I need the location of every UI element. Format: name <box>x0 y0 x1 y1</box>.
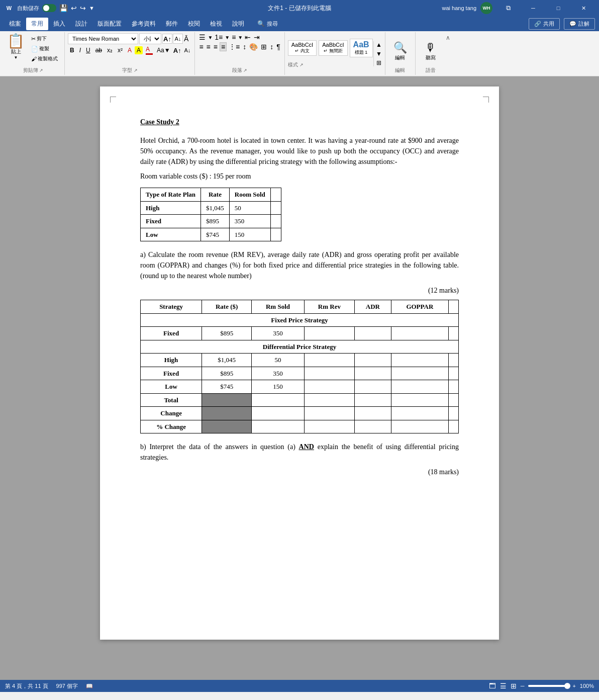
table-cell <box>354 393 391 407</box>
bullets-btn[interactable]: ☰ <box>198 33 207 41</box>
copy-btn[interactable]: 📄複製 <box>29 44 60 53</box>
style-heading1[interactable]: AaB 標題 1 <box>350 39 373 57</box>
close-btn[interactable]: ✕ <box>572 0 595 16</box>
cut-btn[interactable]: ✂剪下 <box>29 34 60 43</box>
columns-btn[interactable]: ⋮≡ <box>228 43 241 51</box>
clear-format-icon[interactable]: Ā <box>184 35 188 43</box>
decrease-indent-btn[interactable]: ⇤ <box>244 33 252 41</box>
table-cell: Change <box>141 407 202 420</box>
style-no-spacing[interactable]: AaBbCcI ↵ 無間距 <box>319 40 347 56</box>
highlight-btn[interactable]: A <box>135 46 143 54</box>
view-web-btn[interactable]: ☰ <box>500 682 507 690</box>
extra-cell <box>449 393 459 407</box>
superscript-btn[interactable]: x² <box>116 46 125 54</box>
align-right-btn[interactable]: ≡ <box>213 43 219 51</box>
col-extra <box>270 188 281 202</box>
question-a: a) Calculate the room revenue (RM REV), … <box>140 249 459 281</box>
zoom-slider[interactable] <box>528 685 568 687</box>
question-b-text1: b) Interpret the data of the answers in … <box>140 443 299 451</box>
font-size-select[interactable]: 小四 <box>139 33 161 44</box>
restore-btn[interactable]: ⧉ <box>496 0 520 16</box>
table-cell <box>354 420 391 433</box>
menu-insert[interactable]: 插入 <box>48 18 70 30</box>
case-btn[interactable]: Aa▼ <box>156 47 171 54</box>
paragraph-label: 段落 ↗ <box>232 65 248 74</box>
increase-font-btn[interactable]: A↑ <box>162 34 172 44</box>
numbering-dropdown[interactable]: ▼ <box>225 35 230 40</box>
decrease-font-btn[interactable]: A↓ <box>173 34 183 44</box>
show-hide-btn[interactable]: ¶ <box>275 43 281 51</box>
strikethrough-btn[interactable]: ab <box>93 46 104 54</box>
justify-btn[interactable]: ≡ <box>220 42 227 51</box>
menu-help[interactable]: 說明 <box>227 18 249 30</box>
menu-review[interactable]: 校閱 <box>183 18 205 30</box>
styles-group: AaBbCcI ↵ 內文 AaBbCcI ↵ 無間距 AaB 標題 1 樣式 ↗… <box>285 32 385 75</box>
font-color-btn[interactable]: A <box>126 46 134 54</box>
editing-btn[interactable]: 🔍 編輯 <box>391 40 410 63</box>
save-icon[interactable]: 💾 <box>59 4 68 12</box>
table-cell <box>391 420 448 433</box>
styles-scroll-down[interactable]: ▼ <box>376 50 382 57</box>
table-row: $1,045 <box>201 201 230 215</box>
redo-icon[interactable]: ↪ <box>80 4 86 12</box>
zoom-out-btn[interactable]: ─ <box>521 683 525 689</box>
menu-mailings[interactable]: 郵件 <box>161 18 183 30</box>
col-room-sold: Room Sold <box>229 188 270 202</box>
menu-design[interactable]: 設計 <box>70 18 92 30</box>
menu-file[interactable]: 檔案 <box>4 18 26 30</box>
borders-btn[interactable]: ⊞ <box>260 43 268 51</box>
menu-layout[interactable]: 版面配置 <box>92 18 127 30</box>
bold-btn[interactable]: B <box>68 46 76 54</box>
user-avatar[interactable]: WH <box>480 2 492 14</box>
bullets-dropdown[interactable]: ▼ <box>208 35 213 40</box>
maximize-btn[interactable]: □ <box>547 0 570 16</box>
shrink-text-btn[interactable]: A↓ <box>183 47 192 53</box>
underline-btn[interactable]: U <box>84 46 92 54</box>
customize-icon[interactable]: ▼ <box>89 5 94 11</box>
line-spacing-btn[interactable]: ↕ <box>242 43 247 51</box>
dictate-btn[interactable]: 🎙 聽寫 <box>423 40 439 63</box>
styles-scroll-up[interactable]: ▲ <box>376 41 382 48</box>
font-color2-btn[interactable]: A <box>144 45 155 55</box>
menu-references[interactable]: 參考資料 <box>127 18 161 30</box>
share-btn[interactable]: 🔗共用 <box>529 18 560 30</box>
search-label: 搜尋 <box>267 20 278 28</box>
view-print-btn[interactable]: 🗔 <box>489 682 496 690</box>
styles-more[interactable]: ⊞ <box>376 59 382 66</box>
align-left-btn[interactable]: ≡ <box>198 43 204 51</box>
align-center-btn[interactable]: ≡ <box>206 43 212 51</box>
table-cell <box>304 367 354 380</box>
shading-btn[interactable]: 🎨 <box>248 43 259 51</box>
numbering-btn[interactable]: 1≡ <box>214 33 224 41</box>
paragraph-group: ☰ ▼ 1≡ ▼ ≡ ▼ ⇤ ⇥ ≡ ≡ ≡ ≡ ⋮≡ ↕ 🎨 ⊞ ↕ ¶ <box>195 32 284 75</box>
subscript-btn[interactable]: x₂ <box>105 46 115 54</box>
table-cell: % Change <box>141 420 202 433</box>
corner-mark-tl <box>110 97 116 103</box>
format-painter-btn[interactable]: 🖌複製格式 <box>29 54 60 63</box>
multilevel-dropdown[interactable]: ▼ <box>238 35 243 40</box>
main-strategy-table: StrategyRate ($)Rm SoldRm RevADRGOPPAR F… <box>140 300 459 433</box>
comments-btn[interactable]: 💬註解 <box>564 18 595 30</box>
undo-icon[interactable]: ↩ <box>71 4 77 12</box>
zoom-in-btn[interactable]: + <box>572 683 575 689</box>
menu-home[interactable]: 常用 <box>26 18 48 30</box>
increase-indent-btn[interactable]: ⇥ <box>253 33 261 41</box>
sort-btn[interactable]: ↕ <box>269 43 274 51</box>
paste-btn[interactable]: 📋 貼上 ▼ <box>5 33 27 65</box>
minimize-btn[interactable]: ─ <box>522 0 545 16</box>
view-read-btn[interactable]: ⊞ <box>511 682 517 690</box>
italic-btn[interactable]: I <box>77 46 83 54</box>
grow-text-btn[interactable]: A↑ <box>172 47 182 54</box>
font-name-select[interactable]: Times New Roman <box>68 33 138 44</box>
table-cell <box>354 367 391 380</box>
autosave-toggle[interactable] <box>42 4 56 12</box>
menu-view[interactable]: 檢視 <box>205 18 227 30</box>
title-bar-right: wai hang tang WH ⧉ ─ □ ✕ <box>442 0 595 16</box>
ribbon-collapse-btn[interactable]: ∧ <box>446 32 454 75</box>
proofing-icon[interactable]: 📖 <box>86 683 93 689</box>
multilevel-btn[interactable]: ≡ <box>231 33 237 41</box>
doc-page: Case Study 2 Hotel Orchid, a 700-room ho… <box>100 86 499 640</box>
style-normal[interactable]: AaBbCcI ↵ 內文 <box>288 40 317 56</box>
doc-title: 文件1 - 已儲存到此電腦 <box>268 4 331 13</box>
voice-group: 🎙 聽寫 語音 <box>416 32 446 75</box>
